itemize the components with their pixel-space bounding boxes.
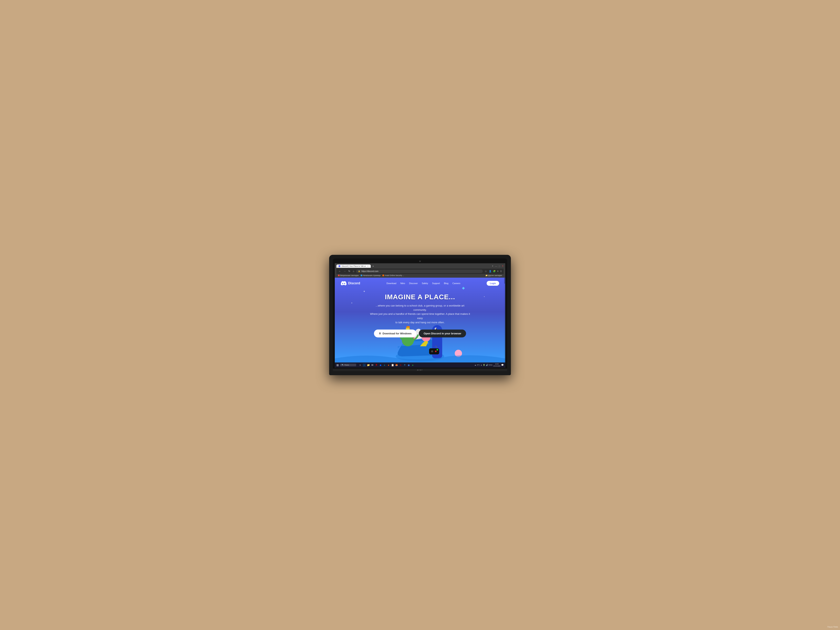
bookmark-avast[interactable]: Avast Online Security ... (382, 275, 404, 276)
reload-btn[interactable]: ↻ (348, 269, 351, 273)
taskbar-icon-teal[interactable]: ● (383, 363, 386, 367)
webcam (419, 261, 421, 262)
laptop-bottom: acer (333, 369, 507, 371)
url-text: https://discord.com (362, 270, 378, 272)
login-button[interactable]: Login (486, 281, 499, 286)
tray-temp: 9°C (477, 364, 480, 366)
open-browser-button[interactable]: Open Discord in your browser (419, 330, 466, 338)
forward-btn[interactable]: → (343, 269, 346, 273)
bookmark-home[interactable]: Начальная страница (361, 275, 381, 276)
tab-expand-btn[interactable]: ▾ (492, 265, 493, 267)
tab-favicon (338, 265, 340, 267)
hero-subtitle-line1: ...where you can belong to a school club… (376, 304, 464, 311)
back-btn[interactable]: ← (338, 269, 342, 273)
extensions-icon[interactable]: 🧩 (493, 270, 496, 273)
sync-icon[interactable]: ⬇ (497, 270, 499, 273)
download-windows-label: Download for Windows (383, 332, 412, 335)
other-bookmarks[interactable]: 📁 Другие закладки (485, 275, 502, 276)
laptop-brand: acer (417, 369, 423, 371)
taskbar-tray: ☁ 9°C ▲ 🔋 🔊 ENG 19:49 15.04.2023 💬 (475, 363, 504, 367)
taskbar-icon-green[interactable]: ● (411, 363, 414, 367)
laptop-base (333, 371, 507, 375)
notification-btn[interactable]: 💬 (501, 364, 504, 366)
home-btn[interactable]: ⌂ (352, 269, 355, 273)
taskbar-icon-explorer[interactable]: 📁 (367, 363, 370, 367)
tray-volume[interactable]: 🔊 (486, 364, 488, 366)
svg-point-29 (431, 351, 433, 352)
taskbar-icon-file[interactable]: 📋 (391, 363, 394, 367)
bookmark-label-1: Визуальные закладки (340, 275, 358, 276)
download-windows-button[interactable]: ⬇ Download for Windows (374, 330, 417, 338)
discord-nav-links: Download Nitro Discover Safety Support B… (387, 282, 460, 284)
taskbar-icon-telegram[interactable]: ✈ (403, 363, 406, 367)
taskbar-icon-chrome[interactable]: ◉ (407, 363, 410, 367)
new-tab-button[interactable]: + (371, 265, 375, 268)
close-btn[interactable]: ✕ (502, 265, 504, 267)
nav-link-nitro[interactable]: Nitro (400, 282, 405, 284)
taskbar-icon-orange[interactable]: ● (387, 363, 390, 367)
taskbar-icon-opera[interactable]: O (399, 363, 402, 367)
nav-link-blog[interactable]: Blog (444, 282, 448, 284)
nav-link-safety[interactable]: Safety (422, 282, 428, 284)
watermark: Наша Нива (827, 626, 838, 628)
tray-battery: 🔋 (483, 364, 485, 366)
search-text: Поиск (344, 364, 349, 366)
lock-icon: 🔒 (358, 270, 360, 272)
tray-lang: ENG (489, 364, 493, 366)
nav-link-careers[interactable]: Careers (453, 282, 460, 284)
taskbar-icon-yandex[interactable]: Я (375, 363, 378, 367)
discord-nav: Discord Download Nitro Discover Safety S… (335, 278, 505, 289)
nav-link-download[interactable]: Download (387, 282, 396, 284)
discord-website: ✦ ✦ ◆ ◆ ✦ Discord Download (335, 278, 505, 362)
nav-link-support[interactable]: Support (432, 282, 440, 284)
start-button[interactable]: ⊞ (336, 363, 339, 367)
screen-bezel: Discord | Your Place to Talk and... ✕ + … (333, 259, 507, 368)
tab-title: Discord | Your Place to Talk and... (342, 265, 366, 267)
bookmark-favicon-3 (382, 275, 384, 276)
nav-bar: ← → ↻ ⌂ 🔒 https://discord.com ☆ 👤 🧩 ⬇ ☰ (336, 268, 504, 274)
discord-logo: Discord (341, 281, 360, 286)
address-bar[interactable]: 🔒 https://discord.com (356, 270, 483, 273)
maximize-btn[interactable]: □ (499, 265, 500, 267)
discord-logo-text: Discord (348, 281, 360, 285)
taskbar-icon-mail[interactable]: ✉ (371, 363, 374, 367)
discord-hero: IMAGINE A PLACE... ...where you can belo… (335, 289, 505, 338)
bottom-wave (335, 352, 505, 362)
tab-close-btn[interactable]: ✕ (367, 265, 369, 267)
menu-icon[interactable]: ☰ (500, 270, 502, 273)
time-display: 19:49 (493, 363, 501, 365)
hero-subtitle-line2: Where just you and a handful of friends … (370, 313, 470, 320)
browser-chrome: Discord | Your Place to Talk and... ✕ + … (335, 263, 505, 278)
taskbar-clock: 19:49 15.04.2023 (493, 363, 501, 367)
tray-arrow-up[interactable]: ▲ (481, 364, 482, 366)
taskbar-icon-dropbox[interactable]: ◆ (379, 363, 382, 367)
laptop-frame: Discord | Your Place to Talk and... ✕ + … (329, 255, 511, 375)
tab-bar: Discord | Your Place to Talk and... ✕ + (336, 265, 375, 268)
bookmarks-bar: Визуальные закладки Начальная страница A… (336, 274, 504, 277)
taskbar-search[interactable]: 🔍 Поиск (340, 364, 356, 366)
bookmark-star[interactable]: ☆ (484, 269, 488, 273)
svg-rect-28 (429, 348, 439, 354)
minimize-btn[interactable]: — (495, 265, 497, 267)
svg-point-30 (435, 351, 437, 352)
search-icon: 🔍 (342, 364, 344, 366)
hero-title: IMAGINE A PLACE... (343, 293, 497, 301)
bookmark-favicon-1 (338, 275, 339, 276)
tab-bar-row: Discord | Your Place to Talk and... ✕ + … (336, 265, 504, 268)
profile-icon[interactable]: 👤 (489, 270, 492, 273)
bookmark-label-2: Начальная страница (363, 275, 381, 276)
bookmark-visual-tabs[interactable]: Визуальные закладки (338, 275, 358, 276)
svg-point-11 (455, 350, 462, 357)
hero-buttons: ⬇ Download for Windows Open Discord in y… (343, 330, 497, 338)
taskbar-icon-task-view[interactable]: ⊟ (358, 363, 362, 367)
laptop-screen: Discord | Your Place to Talk and... ✕ + … (335, 263, 505, 368)
taskbar-icon-firefox[interactable]: 🦊 (395, 363, 398, 367)
hero-subtitle: ...where you can belong to a school club… (369, 304, 471, 325)
taskbar-icons: ⊟ e 📁 ✉ Я ◆ ● ● 📋 🦊 O ✈ ◉ ● (358, 363, 414, 367)
nav-link-discover[interactable]: Discover (409, 282, 418, 284)
bookmark-label-3: Avast Online Security ... (385, 275, 404, 276)
active-tab[interactable]: Discord | Your Place to Talk and... ✕ (336, 265, 371, 268)
svg-point-31 (437, 349, 438, 351)
discord-logo-icon (341, 281, 346, 286)
taskbar-icon-edge[interactable]: e (363, 363, 366, 367)
